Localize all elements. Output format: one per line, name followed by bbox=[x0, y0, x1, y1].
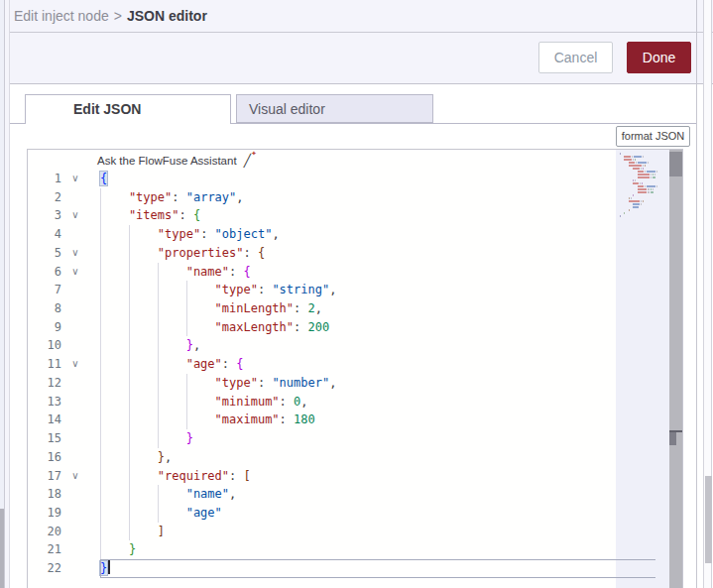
cancel-button[interactable]: Cancel bbox=[538, 42, 613, 73]
code-line[interactable]: 10}, bbox=[28, 336, 669, 355]
tab-label: Visual editor bbox=[249, 101, 325, 117]
fold-gutter bbox=[63, 448, 87, 467]
fold-gutter bbox=[63, 429, 87, 448]
code-text: }, bbox=[87, 448, 669, 467]
code-line[interactable]: 18"name", bbox=[28, 485, 669, 504]
code-line[interactable]: 14"maximum": 180 bbox=[28, 411, 669, 429]
code-text: "type": "object", bbox=[87, 225, 669, 244]
fold-gutter bbox=[63, 188, 87, 207]
tray-header: Edit inject node>JSON editor bbox=[0, 0, 713, 33]
fold-chevron-icon[interactable]: ∨ bbox=[63, 244, 87, 263]
code-text: "type": "array", bbox=[87, 188, 669, 207]
line-number: 5 bbox=[28, 244, 63, 263]
fold-chevron-icon[interactable]: ∨ bbox=[63, 206, 87, 225]
fold-chevron-icon[interactable]: ∨ bbox=[63, 467, 87, 486]
code-line[interactable]: 21} bbox=[28, 540, 669, 559]
code-text: } bbox=[87, 559, 669, 578]
line-number: 18 bbox=[28, 485, 63, 504]
fold-gutter bbox=[63, 299, 87, 318]
code-line[interactable]: 4"type": "object", bbox=[28, 225, 669, 244]
page-scrollbar-thumb[interactable] bbox=[705, 476, 712, 563]
code-text: { bbox=[87, 170, 669, 188]
code-text: } bbox=[87, 429, 669, 448]
fold-gutter bbox=[63, 318, 87, 337]
fold-chevron-icon[interactable]: ∨ bbox=[63, 170, 87, 188]
code-line[interactable]: 17∨"required": [ bbox=[28, 467, 669, 486]
code-text: "maximum": 180 bbox=[87, 411, 669, 429]
code-line[interactable]: 20] bbox=[28, 523, 669, 541]
left-edge-divider bbox=[4, 0, 5, 588]
code-line[interactable]: 16}, bbox=[28, 448, 669, 467]
code-text: "type": "number", bbox=[87, 374, 669, 393]
code-line[interactable]: 2"type": "array", bbox=[28, 188, 669, 207]
code-text: "required": [ bbox=[87, 467, 669, 486]
done-button[interactable]: Done bbox=[627, 42, 691, 73]
line-number: 3 bbox=[28, 206, 63, 225]
tab-label: Edit JSON bbox=[73, 101, 141, 117]
fold-chevron-icon[interactable]: ∨ bbox=[63, 263, 87, 282]
code-line[interactable]: 11∨"age": { bbox=[28, 355, 669, 374]
code-line[interactable]: 6∨"name": { bbox=[28, 263, 669, 282]
line-number: 2 bbox=[28, 188, 63, 207]
tray-left-border bbox=[9, 0, 10, 588]
code-line[interactable]: 1∨{ bbox=[28, 170, 669, 188]
line-number: 17 bbox=[28, 467, 63, 486]
tab-visual-editor[interactable]: Visual editor bbox=[236, 94, 433, 123]
code-line[interactable]: 12"type": "number", bbox=[28, 374, 669, 393]
code-text: "age" bbox=[87, 504, 669, 523]
fold-gutter bbox=[63, 559, 87, 578]
text-cursor bbox=[108, 560, 110, 574]
code-line[interactable]: 9"maxLength": 200 bbox=[28, 318, 669, 337]
fold-gutter bbox=[63, 336, 87, 355]
overview-ruler-marker bbox=[669, 432, 676, 445]
left-scrollbar-thumb[interactable] bbox=[0, 509, 4, 588]
code-text: } bbox=[87, 540, 669, 559]
line-number: 11 bbox=[28, 355, 63, 374]
tray-toolbar: Cancel Done bbox=[0, 33, 713, 84]
line-number: 10 bbox=[28, 336, 63, 355]
code-lines[interactable]: 1∨{2"type": "array",3∨"items": {4"type":… bbox=[28, 170, 669, 578]
line-number: 6 bbox=[28, 263, 63, 282]
code-line[interactable]: 15} bbox=[28, 429, 669, 448]
monaco-json-editor[interactable]: Ask the FlowFuse Assistant╱✦ 1∨{2"type":… bbox=[27, 149, 683, 588]
fold-gutter bbox=[63, 411, 87, 429]
breadcrumb-parent-link[interactable]: Edit inject node bbox=[14, 8, 109, 24]
assistant-hint[interactable]: Ask the FlowFuse Assistant╱✦ bbox=[97, 154, 251, 169]
wand-sparkle-icon: ╱✦ bbox=[244, 154, 251, 168]
code-text: "properties": { bbox=[87, 244, 669, 263]
line-number: 12 bbox=[28, 374, 63, 393]
code-line[interactable]: 8"minLength": 2, bbox=[28, 299, 669, 318]
json-editor-tray: Edit inject node>JSON editor Cancel Done… bbox=[0, 0, 713, 588]
line-number: 1 bbox=[28, 170, 63, 188]
code-text: "maxLength": 200 bbox=[87, 318, 669, 337]
editor-scrollbar-thumb[interactable] bbox=[669, 152, 683, 176]
line-number: 8 bbox=[28, 299, 63, 318]
line-number: 14 bbox=[28, 411, 63, 429]
code-line[interactable]: 3∨"items": { bbox=[28, 206, 669, 225]
line-number: 7 bbox=[28, 281, 63, 299]
line-number: 15 bbox=[28, 429, 63, 448]
line-number: 19 bbox=[28, 504, 63, 523]
code-text: "name", bbox=[87, 485, 669, 504]
page-scrollbar-track[interactable] bbox=[703, 0, 712, 588]
fold-gutter bbox=[63, 225, 87, 244]
code-line[interactable]: 7"type": "string", bbox=[28, 281, 669, 299]
page-title: JSON editor bbox=[127, 8, 207, 24]
code-line[interactable]: 22} bbox=[28, 559, 669, 578]
code-line[interactable]: 13"minimum": 0, bbox=[28, 393, 669, 412]
fold-gutter bbox=[63, 540, 87, 559]
code-text: "minimum": 0, bbox=[87, 393, 669, 412]
code-line[interactable]: 19"age" bbox=[28, 504, 669, 523]
code-line[interactable]: 5∨"properties": { bbox=[28, 244, 669, 263]
code-text: "minLength": 2, bbox=[87, 299, 669, 318]
line-number: 22 bbox=[28, 559, 63, 578]
format-json-button[interactable]: format JSON bbox=[616, 126, 690, 147]
editor-vertical-scrollbar[interactable] bbox=[669, 150, 683, 588]
fold-gutter bbox=[63, 393, 87, 412]
assistant-hint-label: Ask the FlowFuse Assistant bbox=[97, 155, 237, 167]
code-text: }, bbox=[87, 336, 669, 355]
tab-edit-json[interactable]: Edit JSON bbox=[25, 94, 231, 124]
code-text: "age": { bbox=[87, 355, 669, 374]
fold-chevron-icon[interactable]: ∨ bbox=[63, 355, 87, 374]
line-number: 13 bbox=[28, 393, 63, 412]
